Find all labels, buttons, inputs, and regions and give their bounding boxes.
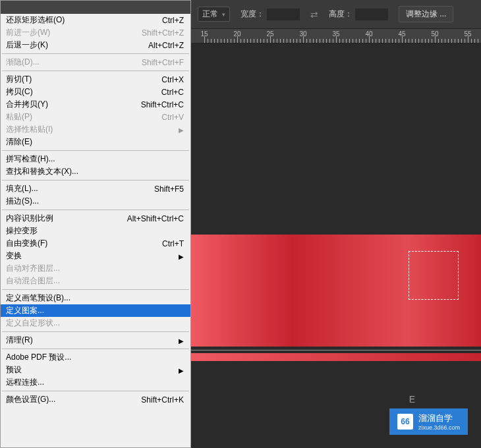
- menu-item-label: 描边(S)...: [6, 196, 39, 207]
- menu-item-label: 定义画笔预设(B)...: [6, 293, 71, 304]
- watermark-url: zixue.3d66.com: [418, 424, 460, 431]
- ruler-tick: [346, 39, 347, 43]
- menu-item[interactable]: 拷贝(C)Ctrl+C: [1, 86, 190, 98]
- ruler-tick: [359, 39, 360, 43]
- divider-line: [191, 350, 481, 350]
- menu-item[interactable]: Adobe PDF 预设...: [1, 351, 190, 364]
- swap-dimensions-icon[interactable]: ⇄: [310, 9, 318, 20]
- menu-item-label: Adobe PDF 预设...: [6, 352, 71, 363]
- ruler-tick: [234, 39, 235, 43]
- ruler-tick: [366, 39, 366, 43]
- menu-item-shortcut: Ctrl+V: [161, 113, 184, 122]
- watermark-logo-icon: 66: [397, 414, 413, 430]
- menu-item[interactable]: 填充(L)...Shift+F5: [1, 182, 190, 195]
- ruler-tick: [412, 39, 412, 43]
- ruler-tick: [313, 39, 314, 43]
- height-control: 高度：: [329, 9, 388, 20]
- menu-separator: [2, 53, 189, 54]
- menu-item[interactable]: 变换▶: [1, 250, 190, 262]
- ruler-tick: [389, 39, 389, 43]
- menu-item-label: 查找和替换文本(X)...: [6, 166, 78, 177]
- width-control: 宽度：: [240, 9, 300, 20]
- width-label: 宽度：: [240, 9, 264, 20]
- menu-item-shortcut: Ctrl+C: [161, 88, 184, 97]
- ruler-tick: [306, 39, 307, 43]
- blend-mode-label: 正常: [202, 9, 218, 20]
- menu-item-shortcut: ▶: [176, 252, 184, 261]
- height-input[interactable]: [355, 9, 388, 20]
- ruler-tick: [382, 39, 383, 43]
- ruler-tick: [320, 39, 320, 43]
- menu-item-label: 操控变形: [6, 225, 38, 237]
- menu-item[interactable]: 剪切(T)Ctrl+X: [1, 73, 190, 86]
- ruler-tick: [264, 39, 264, 43]
- menu-item[interactable]: 预设▶: [1, 364, 190, 376]
- menu-item-shortcut: Shift+F5: [154, 184, 184, 194]
- menu-item-label: 变换: [6, 250, 22, 262]
- ruler-tick: [379, 39, 380, 43]
- ruler-tick: [260, 39, 261, 43]
- ruler-tick: [336, 36, 337, 43]
- ruler-tick: [326, 39, 327, 43]
- menu-item[interactable]: 自由变换(F)Ctrl+T: [1, 237, 190, 250]
- marquee-selection[interactable]: [409, 251, 459, 300]
- ruler-tick: [280, 39, 281, 43]
- menu-item-label: 远程连接...: [6, 377, 44, 388]
- menu-item[interactable]: 后退一步(K)Alt+Ctrl+Z: [1, 39, 190, 51]
- menu-item: 选择性粘贴(I)▶: [1, 123, 190, 136]
- canvas-area[interactable]: E ji 66 溜溜自学 zixue.3d66.com: [191, 43, 481, 448]
- ruler-tick: [283, 39, 284, 43]
- ruler-tick: [208, 39, 208, 43]
- menu-item[interactable]: 查找和替换文本(X)...: [1, 165, 190, 178]
- ruler-tick: [455, 39, 455, 43]
- menu-item-label: 前进一步(W): [6, 27, 50, 38]
- menu-item[interactable]: 清除(E): [1, 136, 190, 148]
- menu-item: 自动对齐图层...: [1, 262, 190, 275]
- menu-item[interactable]: 内容识别比例Alt+Shift+Ctrl+C: [1, 212, 190, 225]
- menu-item[interactable]: 定义画笔预设(B)...: [1, 292, 190, 304]
- width-input[interactable]: [267, 9, 300, 20]
- menu-separator: [2, 180, 189, 181]
- menu-item[interactable]: 操控变形: [1, 225, 190, 237]
- ruler-tick: [392, 39, 393, 43]
- ruler-tick: [471, 39, 472, 43]
- menu-item-shortcut: Ctrl+X: [161, 75, 184, 84]
- menu-item-shortcut: Shift+Ctrl+F: [142, 58, 184, 67]
- menu-item-shortcut: ▶: [176, 336, 184, 345]
- menu-item[interactable]: 描边(S)...: [1, 195, 190, 208]
- ruler-tick: [287, 39, 287, 43]
- menu-item[interactable]: 远程连接...: [1, 376, 190, 389]
- ruler-tick: [478, 39, 478, 43]
- ruler-tick: [221, 39, 221, 43]
- ruler-tick: [468, 36, 468, 43]
- ruler-tick: [428, 39, 429, 43]
- options-toolbar: 正常 ▾ 宽度： ⇄ 高度： 调整边缘 ...: [191, 0, 481, 29]
- refine-edge-button[interactable]: 调整边缘 ...: [399, 6, 453, 22]
- menu-item-shortcut: ▶: [176, 366, 184, 375]
- menu-item[interactable]: 拼写检查(H)...: [1, 153, 190, 165]
- menu-item-label: 选择性粘贴(I): [6, 124, 53, 135]
- menu-item[interactable]: 清理(R)▶: [1, 334, 190, 347]
- ruler-tick: [250, 39, 251, 43]
- red-strip: [191, 353, 481, 361]
- blend-mode-select[interactable]: 正常 ▾: [198, 7, 230, 22]
- ruler-tick: [438, 39, 439, 43]
- ruler-tick: [297, 39, 297, 43]
- menu-item-label: 后退一步(K): [6, 40, 48, 51]
- menu-item[interactable]: 颜色设置(G)...Shift+Ctrl+K: [1, 393, 190, 406]
- menu-item[interactable]: 还原矩形选框(O)Ctrl+Z: [1, 14, 190, 26]
- menu-item: 定义自定形状...: [1, 317, 190, 329]
- menu-item-label: 定义图案...: [6, 305, 44, 316]
- menu-item[interactable]: 合并拷贝(Y)Shift+Ctrl+C: [1, 98, 190, 111]
- menu-item: 前进一步(W)Shift+Ctrl+Z: [1, 26, 190, 39]
- menu-item-label: 渐隐(D)...: [6, 57, 40, 68]
- submenu-arrow-icon: ▶: [179, 126, 184, 134]
- submenu-arrow-icon: ▶: [179, 253, 184, 260]
- ruler-tick: [290, 39, 291, 43]
- menu-item[interactable]: 定义图案...: [1, 304, 190, 317]
- watermark-badge: 66 溜溜自学 zixue.3d66.com: [389, 408, 468, 435]
- menu-item-label: 清除(E): [6, 136, 32, 148]
- ruler-tick: [415, 39, 416, 43]
- ruler-tick: [402, 36, 403, 43]
- ruler-tick: [385, 39, 386, 43]
